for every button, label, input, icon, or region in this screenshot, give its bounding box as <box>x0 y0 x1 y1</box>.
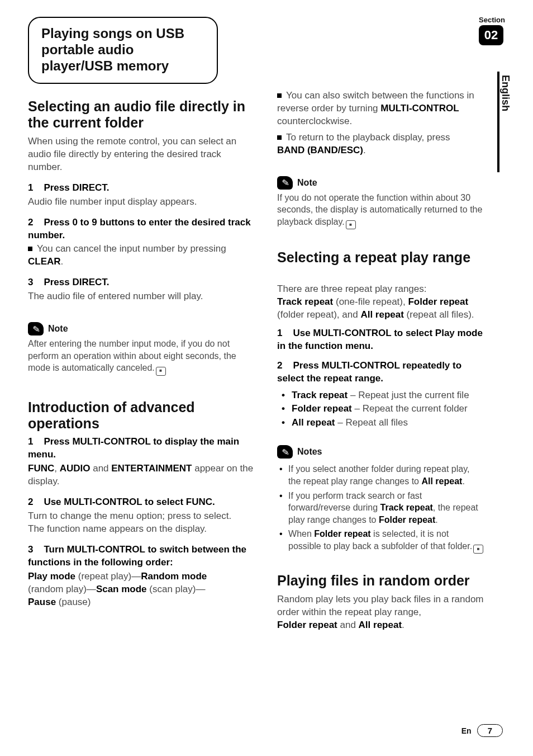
rp-step-1-num: 1 <box>277 328 282 338</box>
step-3-head: Press DIRECT. <box>44 277 109 287</box>
p3-b1: Track repeat <box>277 296 333 307</box>
rp-step-2-head: Press MULTI-CONTROL repeatedly to select… <box>277 360 461 384</box>
step-2-head: Press 0 to 9 buttons to enter the desire… <box>28 217 251 240</box>
rp-step-1-head: Use MULTI-CONTROL to select Play mode in… <box>277 328 483 351</box>
list-item: If you perform track search or fast forw… <box>288 490 484 526</box>
step-2: 2 Press 0 to 9 buttons to enter the desi… <box>28 216 255 242</box>
heading-selecting-audio-file: Selecting an audio file directly in the … <box>28 98 255 131</box>
rp-step-2-num: 2 <box>277 360 282 371</box>
note-header-left: ✎ Note <box>28 322 255 336</box>
list-item: When Folder repeat is selected, it is no… <box>288 528 484 554</box>
end-mark-icon <box>473 545 483 554</box>
step-1-head: Press DIRECT. <box>44 182 109 193</box>
page-number-pill: 7 <box>477 724 503 737</box>
n2-b2: Folder repeat <box>379 515 435 525</box>
step-2-num: 2 <box>28 217 33 228</box>
adv-s1-b1: FUNC <box>28 463 54 474</box>
adv-step-2-num: 2 <box>28 497 33 507</box>
p3-b2: Folder repeat <box>408 296 468 307</box>
manual-page: Section 02 English Playing songs on USB … <box>0 0 533 756</box>
note-body-right: If you do not operate the function withi… <box>277 192 484 230</box>
rp-step-1: 1 Use MULTI-CONTROL to select Play mode … <box>277 327 484 353</box>
repeat-options-list: Track repeat – Repeat just the current f… <box>277 389 484 430</box>
step-2-bullet-bold: CLEAR <box>28 256 61 267</box>
adv3-t4: (pause) <box>56 597 91 607</box>
step-1-sub: Audio file number input display appears. <box>28 196 255 209</box>
adv-s1-m2: and <box>90 463 111 474</box>
p4-pre: Random play lets you play back files in … <box>277 594 483 617</box>
right-top-spacer <box>277 17 484 89</box>
left-column: Playing songs on USB portable audio play… <box>28 17 255 640</box>
right-bullet-2: To return to the playback display, press… <box>277 131 484 157</box>
p3-t3: (repeat all files). <box>404 309 474 320</box>
adv-step-2-sub: Turn to change the menu option; press to… <box>28 510 255 536</box>
opt2-t: – Repeat all files <box>335 417 408 428</box>
adv-step-1-num: 1 <box>28 436 33 447</box>
step-3: 3 Press DIRECT. <box>28 276 255 289</box>
page-footer: En 7 <box>461 724 503 737</box>
section-indicator: Section 02 <box>479 16 505 45</box>
n3-pre: When <box>288 529 314 538</box>
n1-post: . <box>462 476 464 486</box>
end-mark-icon <box>156 367 166 376</box>
list-item: All repeat – Repeat all files <box>292 416 484 430</box>
p3-t1: (one-file repeat), <box>333 296 408 307</box>
right-bullet-1: You can also switch between the function… <box>277 89 484 128</box>
note-header-right: ✎ Note <box>277 176 484 190</box>
adv-step-1-sub: FUNC, AUDIO and ENTERTAINMENT appear on … <box>28 462 255 488</box>
adv3-t3: (scan play)— <box>147 584 206 594</box>
n3-b: Folder repeat <box>314 529 370 538</box>
step-2-bullet-pre: You can cancel the input number by press… <box>37 243 226 254</box>
n1-b: All repeat <box>421 476 462 486</box>
rb2-post: . <box>363 145 366 155</box>
rb2-b: BAND (BAND/ESC) <box>277 145 363 155</box>
opt2-b: All repeat <box>292 417 335 428</box>
content-columns: Playing songs on USB portable audio play… <box>28 17 505 640</box>
adv-step-1: 1 Press MULTI-CONTROL to display the mai… <box>28 436 255 461</box>
step-2-sub: You can cancel the input number by press… <box>28 243 255 268</box>
note-icon: ✎ <box>277 176 293 190</box>
chapter-title-box: Playing songs on USB portable audio play… <box>28 17 218 84</box>
n2-b: Track repeat <box>380 503 433 512</box>
adv-step-3-sub: Play mode (repeat play)—Random mode (ran… <box>28 570 255 609</box>
step-1-num: 1 <box>28 182 33 193</box>
repeat-intro: There are three repeat play ranges: Trac… <box>277 270 484 322</box>
adv3-b1: Play mode <box>28 571 75 582</box>
note-label-left: Note <box>48 324 68 334</box>
step-2-bullet-post: . <box>61 256 64 267</box>
p4-post: . <box>402 620 404 630</box>
bullet-square-icon <box>28 247 32 251</box>
p4-mid: and <box>337 620 359 630</box>
step-3-num: 3 <box>28 277 33 287</box>
language-tab-text: English <box>499 75 511 111</box>
language-tab: English <box>497 72 511 172</box>
step-3-sub: The audio file of entered number will pl… <box>28 290 255 303</box>
list-item: Folder repeat – Repeat the current folde… <box>292 402 484 416</box>
note-body-left-text: After entering the number input mode, if… <box>28 339 236 372</box>
p3-b3: All repeat <box>360 309 403 320</box>
adv-step-1-head: Press MULTI-CONTROL to display the main … <box>28 436 239 460</box>
adv3-t1: (repeat play)— <box>75 571 141 582</box>
opt1-b: Folder repeat <box>292 403 352 414</box>
step-1: 1 Press DIRECT. <box>28 182 255 195</box>
section-label-text: Section <box>479 16 505 24</box>
adv3-t2: (random play)— <box>28 584 96 594</box>
note-icon: ✎ <box>28 322 44 336</box>
list-item: Track repeat – Repeat just the current f… <box>292 389 484 403</box>
p4-b2: All repeat <box>359 620 402 630</box>
rb2-pre: To return to the playback display, press <box>286 132 450 143</box>
heading-repeat-range: Selecting a repeat play range <box>277 249 484 266</box>
list-item: If you select another folder during repe… <box>288 463 484 487</box>
adv-step-2: 2 Use MULTI-CONTROL to select FUNC. <box>28 496 255 509</box>
adv3-b3: Scan mode <box>96 584 147 594</box>
heading-random-order: Playing files in random order <box>277 573 484 589</box>
notes-list: If you select another folder during repe… <box>277 463 484 556</box>
section-number-badge: 02 <box>479 25 503 45</box>
heading-advanced-ops: Introduction of advanced operations <box>28 399 255 432</box>
note-body-left: After entering the number input mode, if… <box>28 338 255 376</box>
adv-s1-m1: , <box>54 463 59 474</box>
notes-header: ✎ Notes <box>277 445 484 459</box>
notes-label: Notes <box>297 447 322 457</box>
p3-t2: (folder repeat), and <box>277 309 360 320</box>
note-label-right: Note <box>297 178 317 188</box>
